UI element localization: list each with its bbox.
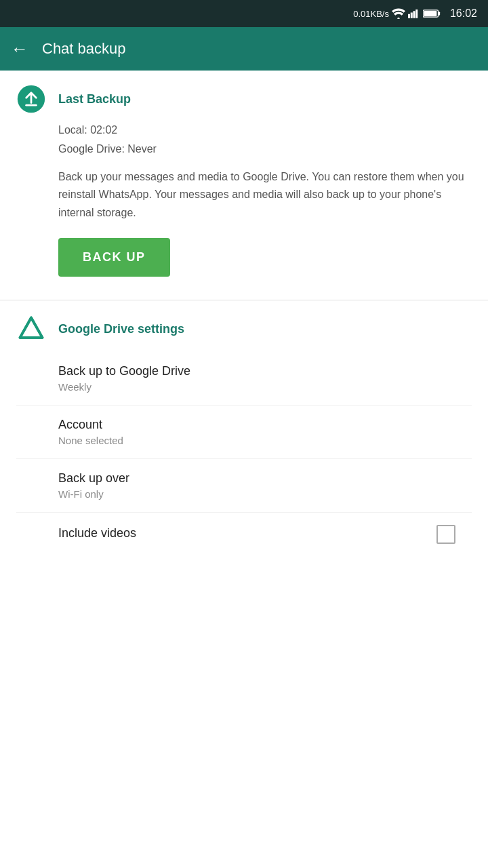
- backup-over-label: Back up over: [58, 471, 472, 486]
- last-backup-title: Last Backup: [58, 92, 131, 106]
- google-drive-time: Google Drive: Never: [58, 141, 472, 157]
- google-drive-settings-section: Google Drive settings Back up to Google …: [0, 300, 488, 563]
- google-drive-header: Google Drive settings: [16, 314, 472, 344]
- backup-frequency-row[interactable]: Back up to Google Drive Weekly: [16, 352, 472, 406]
- back-up-button[interactable]: BACK UP: [58, 238, 170, 277]
- back-button[interactable]: ←: [11, 39, 28, 60]
- clock: 16:02: [450, 7, 477, 20]
- last-backup-header: Last Backup: [16, 84, 472, 114]
- app-bar: ← Chat backup: [0, 27, 488, 71]
- include-videos-label: Include videos: [58, 526, 136, 540]
- status-bar: 0.01KB/s 16:02: [0, 0, 488, 27]
- account-value: None selected: [58, 435, 472, 446]
- wifi-icon: [392, 8, 405, 19]
- backup-frequency-label: Back up to Google Drive: [58, 364, 472, 378]
- upload-icon: [16, 84, 46, 114]
- backup-over-row[interactable]: Back up over Wi-Fi only: [16, 459, 472, 513]
- svg-line-10: [20, 318, 32, 338]
- backup-frequency-value: Weekly: [58, 381, 472, 393]
- include-videos-checkbox[interactable]: [436, 525, 455, 544]
- battery-icon: [423, 9, 441, 18]
- backup-over-value: Wi-Fi only: [58, 488, 472, 500]
- include-videos-row[interactable]: Include videos: [16, 513, 472, 556]
- svg-line-11: [31, 318, 43, 338]
- svg-rect-1: [411, 13, 413, 18]
- page-title: Chat backup: [42, 40, 126, 58]
- content: Last Backup Local: 02:02 Google Drive: N…: [0, 71, 488, 563]
- svg-rect-3: [415, 9, 418, 18]
- svg-rect-6: [424, 11, 436, 16]
- speed-indicator: 0.01KB/s: [353, 9, 389, 19]
- svg-rect-2: [413, 11, 415, 18]
- account-label: Account: [58, 418, 472, 432]
- svg-rect-5: [438, 12, 440, 15]
- svg-marker-9: [20, 318, 43, 338]
- status-icons: 0.01KB/s: [353, 8, 441, 19]
- last-backup-section: Last Backup Local: 02:02 Google Drive: N…: [0, 71, 488, 300]
- google-drive-settings-title: Google Drive settings: [58, 322, 184, 336]
- signal-icon: [408, 8, 420, 19]
- last-backup-body: Local: 02:02 Google Drive: Never Back up…: [16, 122, 472, 293]
- google-drive-icon: [16, 314, 46, 344]
- svg-rect-0: [408, 14, 410, 18]
- backup-description: Back up your messages and media to Googl…: [58, 168, 472, 222]
- local-time: Local: 02:02: [58, 122, 472, 138]
- account-row[interactable]: Account None selected: [16, 406, 472, 459]
